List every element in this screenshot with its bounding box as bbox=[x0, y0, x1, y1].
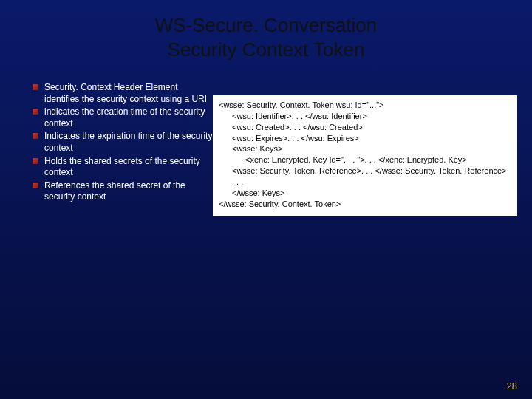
code-line: <wsu: Created>. . . </wsu: Created> bbox=[219, 122, 511, 133]
bullet-text: Indicates the expiration time of the sec… bbox=[44, 131, 212, 153]
code-line: <xenc: Encrypted. Key Id=". . . ">. . . … bbox=[219, 154, 511, 166]
list-item: indicates the creation time of the secur… bbox=[43, 106, 213, 129]
list-item: References the shared secret of the secu… bbox=[43, 180, 213, 203]
list-item: Holds the shared secrets of the security… bbox=[43, 156, 213, 179]
list-item: Indicates the expiration time of the sec… bbox=[43, 131, 213, 154]
code-line: <wsu: Expires>. . . </wsu: Expires> bbox=[219, 133, 511, 144]
code-line: . . . bbox=[219, 177, 511, 188]
code-example-box: <wsse: Security. Context. Token wsu: Id=… bbox=[213, 95, 517, 216]
bullet-text: Security. Context Header Element identif… bbox=[44, 82, 207, 104]
page-number: 28 bbox=[507, 381, 517, 392]
bullet-list: Security. Context Header Element identif… bbox=[15, 82, 213, 205]
slide-content: Security. Context Header Element identif… bbox=[0, 61, 532, 216]
code-line: </wsse: Keys> bbox=[219, 188, 511, 199]
code-line: <wsu: Identifier>. . . </wsu: Identifier… bbox=[219, 111, 511, 122]
title-line-2: Security Context Token bbox=[168, 38, 365, 61]
bullet-text: References the shared secret of the secu… bbox=[44, 180, 185, 202]
bullet-text: Holds the shared secrets of the security… bbox=[44, 156, 200, 178]
bullet-text: indicates the creation time of the secur… bbox=[44, 106, 205, 129]
code-line: <wsse: Keys> bbox=[219, 143, 511, 154]
title-line-1: WS-Secure. Conversation bbox=[155, 14, 378, 36]
list-item: Security. Context Header Element identif… bbox=[43, 82, 213, 105]
slide-title: WS-Secure. Conversation Security Context… bbox=[0, 0, 532, 61]
code-line: <wsse: Security. Context. Token wsu: Id=… bbox=[219, 100, 511, 111]
code-line: </wsse: Security. Context. Token> bbox=[219, 199, 511, 210]
code-line: <wsse: Security. Token. Reference>. . . … bbox=[219, 166, 511, 177]
